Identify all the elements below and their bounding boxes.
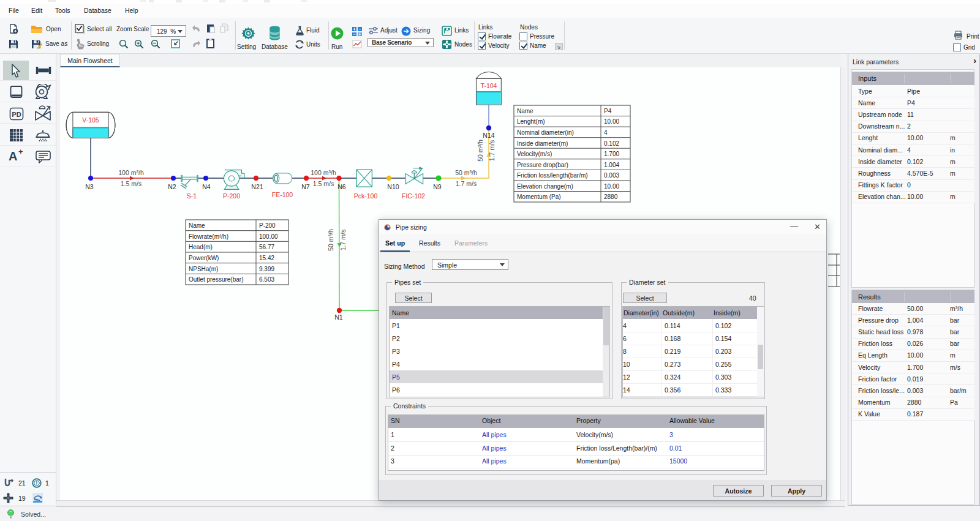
svg-text:NPSHa(m): NPSHa(m) — [189, 266, 218, 272]
svg-text:Friction loss/length(bar/m): Friction loss/length(bar/m) — [517, 172, 588, 179]
svg-text:100 m³/h: 100 m³/h — [118, 169, 144, 176]
svg-text:2880: 2880 — [604, 193, 618, 200]
svg-text:Momentum (Pa): Momentum (Pa) — [517, 193, 561, 200]
svg-text:Name: Name — [189, 222, 205, 229]
svg-text:N10: N10 — [387, 183, 399, 190]
svg-text:N14: N14 — [483, 132, 494, 139]
svg-text:S-1: S-1 — [187, 192, 197, 200]
svg-text:Name: Name — [517, 108, 533, 114]
svg-text:Lenght(m): Lenght(m) — [517, 118, 545, 125]
svg-text:6.503: 6.503 — [259, 276, 274, 283]
svg-text:N21: N21 — [251, 183, 263, 190]
svg-text:N7: N7 — [301, 183, 310, 190]
svg-text:Head(m): Head(m) — [189, 244, 213, 250]
svg-text:100.00: 100.00 — [259, 233, 278, 240]
svg-text:Nominal diameter(in): Nominal diameter(in) — [517, 129, 574, 136]
svg-text:15.42: 15.42 — [259, 255, 274, 261]
svg-text:10.00: 10.00 — [604, 183, 619, 190]
svg-text:PD: PD — [12, 111, 21, 118]
svg-text:Power(kW): Power(kW) — [189, 255, 219, 261]
svg-text:N3: N3 — [85, 183, 94, 190]
svg-text:9.399: 9.399 — [259, 266, 274, 272]
svg-text:Pck-100: Pck-100 — [354, 192, 378, 200]
svg-text:1.7 m/s: 1.7 m/s — [339, 230, 347, 250]
svg-text:Elevation change(m): Elevation change(m) — [517, 183, 573, 190]
svg-text:50 m³/h: 50 m³/h — [327, 229, 334, 251]
svg-text:T-104: T-104 — [481, 82, 497, 89]
svg-text:4: 4 — [604, 129, 608, 136]
svg-text:N1: N1 — [334, 313, 343, 321]
svg-text:Flowrate(m³/h): Flowrate(m³/h) — [189, 233, 228, 240]
svg-text:N4: N4 — [202, 183, 211, 190]
svg-text:0.102: 0.102 — [604, 140, 619, 147]
svg-text:1.7 m/s: 1.7 m/s — [488, 140, 496, 161]
svg-text:10.00: 10.00 — [604, 118, 619, 125]
svg-text:50 m³/h: 50 m³/h — [477, 140, 484, 162]
svg-text:1.5 m/s: 1.5 m/s — [121, 180, 141, 187]
svg-text:1.700: 1.700 — [604, 151, 619, 157]
svg-text:Pressure drop(bar): Pressure drop(bar) — [517, 162, 568, 168]
svg-text:50 m³/h: 50 m³/h — [455, 169, 477, 176]
svg-text:N2: N2 — [168, 183, 176, 190]
svg-text:FIC-102: FIC-102 — [402, 192, 425, 200]
svg-text:P-200: P-200 — [259, 222, 276, 229]
svg-text:N6: N6 — [337, 183, 346, 190]
svg-text:N9: N9 — [433, 183, 442, 190]
svg-text:1.004: 1.004 — [604, 162, 619, 168]
svg-text:Outlet pressure(bar): Outlet pressure(bar) — [189, 276, 243, 283]
svg-text:FE-100: FE-100 — [272, 191, 293, 198]
svg-text:P4: P4 — [604, 108, 612, 114]
svg-text:56.77: 56.77 — [259, 244, 274, 250]
svg-text:1.7 m/s: 1.7 m/s — [456, 180, 477, 187]
svg-text:V-105: V-105 — [82, 116, 99, 124]
svg-text:P-200: P-200 — [223, 192, 240, 200]
svg-text:0.003: 0.003 — [604, 172, 619, 179]
svg-text:1.5 m/s: 1.5 m/s — [313, 180, 334, 187]
svg-text:100 m³/h: 100 m³/h — [311, 169, 336, 176]
svg-text:Inside diameter(m): Inside diameter(m) — [517, 140, 568, 147]
svg-text:Velocity(m/s): Velocity(m/s) — [517, 151, 552, 157]
